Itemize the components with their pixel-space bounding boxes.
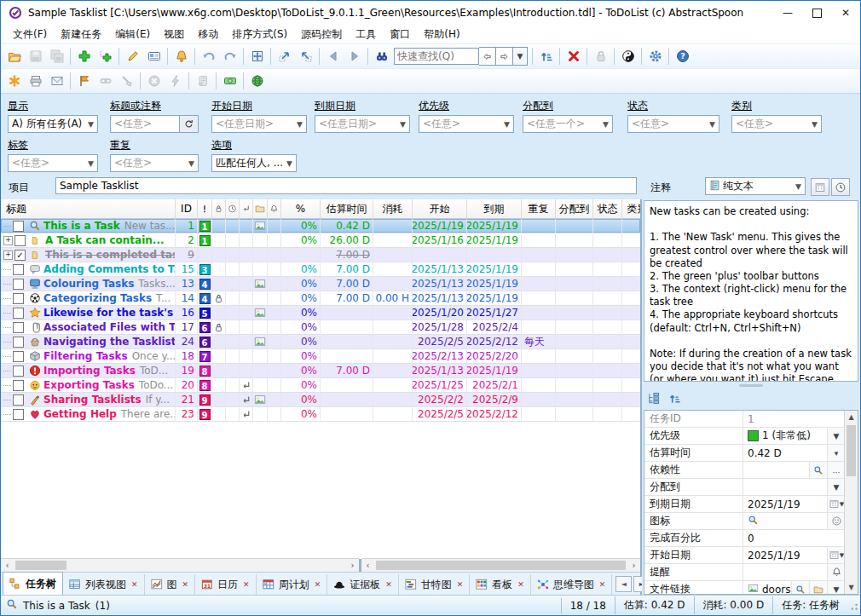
tab-close-icon[interactable]: ✕ bbox=[457, 580, 464, 589]
tree-horizontal-scrollbar[interactable]: ‹› bbox=[1, 558, 359, 572]
filter-combo-选项[interactable]: 匹配任何人, ...▼ bbox=[211, 154, 297, 172]
task-row[interactable]: Filtering TasksOnce y...1870%2025/2/1320… bbox=[1, 349, 640, 364]
attribute-value[interactable] bbox=[743, 513, 827, 529]
sort-icon[interactable] bbox=[668, 392, 681, 407]
web-globe-button[interactable] bbox=[246, 71, 268, 91]
column-header-cat[interactable]: 类别 bbox=[622, 199, 640, 218]
tab-close-icon[interactable]: ✕ bbox=[385, 580, 392, 589]
tab-close-icon[interactable]: ✕ bbox=[131, 580, 138, 589]
group-by-icon[interactable] bbox=[647, 392, 660, 407]
tab-看板[interactable]: 看板✕ bbox=[470, 574, 531, 595]
undo-button[interactable] bbox=[198, 46, 219, 66]
email-button[interactable] bbox=[46, 71, 67, 91]
filter-combo-标题或注释[interactable]: <任意> bbox=[110, 115, 180, 133]
task-row[interactable]: Colouring TasksTasks...1340%7.00 D2025/1… bbox=[1, 277, 640, 291]
reminder-button[interactable] bbox=[827, 564, 845, 580]
task-checkbox[interactable] bbox=[13, 322, 24, 333]
tab-任务树[interactable]: 任务树 bbox=[3, 572, 63, 595]
comments-time-button[interactable] bbox=[831, 178, 850, 196]
task-checkbox[interactable] bbox=[13, 279, 24, 290]
help-button[interactable]: ? bbox=[672, 46, 693, 66]
task-row[interactable]: Navigating the Tasklist2460%2025/2/52025… bbox=[1, 335, 640, 349]
column-header-spent[interactable]: 消耗 bbox=[373, 199, 413, 218]
task-row[interactable]: Getting HelpThere are...2390%2025/2/5202… bbox=[1, 407, 640, 422]
attributes-scrollbar[interactable]: ▲▼ bbox=[844, 411, 858, 594]
task-row[interactable]: Exporting TasksToDo...2080%2025/1/252025… bbox=[1, 378, 640, 393]
move-task-right-button[interactable] bbox=[274, 46, 295, 66]
task-row[interactable]: +✓This is a completed task97.00 D bbox=[1, 248, 640, 262]
column-header-pct[interactable]: % bbox=[281, 199, 321, 218]
expand-toggle[interactable]: + bbox=[3, 250, 13, 260]
menu-item-3[interactable]: 编辑(E) bbox=[108, 26, 157, 43]
preferences-gear-button[interactable] bbox=[644, 46, 666, 66]
donate-money-button[interactable] bbox=[219, 71, 240, 91]
flag-button[interactable] bbox=[73, 71, 95, 91]
column-header-id[interactable]: ID bbox=[176, 199, 198, 218]
tab-甘特图[interactable]: 甘特图✕ bbox=[399, 574, 471, 595]
quick-find-input[interactable] bbox=[394, 48, 479, 65]
dependency-search-button[interactable] bbox=[809, 462, 827, 478]
column-header-est[interactable]: 估算时间 bbox=[321, 199, 373, 218]
menu-item-4[interactable]: 视图 bbox=[157, 26, 191, 43]
tab-周计划[interactable]: 周计划✕ bbox=[257, 574, 328, 595]
tab-close-icon[interactable]: ✕ bbox=[517, 580, 524, 589]
menu-item-10[interactable]: 帮助(H) bbox=[417, 26, 466, 43]
task-checkbox[interactable] bbox=[13, 264, 24, 275]
attribute-value[interactable] bbox=[743, 462, 809, 478]
sort-button[interactable] bbox=[535, 46, 557, 66]
filter-combo-类别[interactable]: <任意>▼ bbox=[731, 115, 822, 133]
tab-close-icon[interactable]: ✕ bbox=[182, 580, 189, 589]
filter-combo-分配到[interactable]: <任意一个>▼ bbox=[523, 115, 613, 133]
print-button[interactable] bbox=[25, 71, 46, 91]
filter-combo-重复[interactable]: <任意>▼ bbox=[110, 154, 199, 172]
attribute-value[interactable]: 1 bbox=[743, 411, 845, 427]
filter-combo-优先级[interactable]: <任意>▼ bbox=[419, 115, 514, 133]
new-subtask-button[interactable] bbox=[95, 46, 116, 66]
lock-header-icon[interactable] bbox=[212, 199, 226, 218]
combo-dropdown-button[interactable]: ▼ bbox=[827, 428, 845, 444]
task-row[interactable]: Sharing TasklistsIf y...2190%2025/2/2202… bbox=[1, 393, 640, 407]
task-checkbox[interactable] bbox=[13, 337, 24, 348]
menu-item-5[interactable]: 移动 bbox=[191, 26, 225, 43]
icon-picker-button[interactable] bbox=[827, 513, 845, 529]
tab-图[interactable]: 图✕ bbox=[145, 574, 196, 595]
quick-find-prev-button[interactable] bbox=[479, 47, 496, 66]
task-row[interactable]: Likewise for the task's ...1650%2025/1/2… bbox=[1, 306, 640, 320]
task-checkbox[interactable] bbox=[14, 235, 26, 246]
quick-find-next-button[interactable] bbox=[496, 47, 513, 66]
combo-dropdown-button[interactable]: ▼ bbox=[827, 479, 845, 495]
attribute-value[interactable]: 2025/1/19 bbox=[743, 496, 827, 512]
comments-format-combo[interactable]: 纯文本 ▼ bbox=[705, 177, 806, 195]
task-row[interactable]: This is a TaskNew tas...110%0.42 D2025/1… bbox=[1, 219, 640, 233]
dependency-more-button[interactable]: … bbox=[827, 462, 845, 478]
task-row[interactable]: Adding Comments to T...1530%7.00 D2025/1… bbox=[1, 262, 640, 277]
filelink-search-button[interactable] bbox=[791, 581, 809, 595]
task-checkbox[interactable] bbox=[13, 394, 24, 406]
attribute-value[interactable]: 0.42 D bbox=[743, 445, 827, 461]
menu-item-2[interactable]: 新建任务 bbox=[54, 26, 108, 43]
clock-header-icon[interactable] bbox=[226, 199, 240, 218]
task-comments-text[interactable]: New tasks can be created using: 1. The '… bbox=[644, 200, 858, 382]
task-checkbox[interactable] bbox=[13, 308, 24, 319]
calendar-dropdown-button[interactable]: ▼ bbox=[827, 496, 845, 512]
folder-header-icon[interactable] bbox=[253, 199, 268, 218]
tab-close-icon[interactable]: ✕ bbox=[599, 580, 606, 589]
reminder-bell-button[interactable] bbox=[170, 46, 192, 66]
filter-combo-状态[interactable]: <任意>▼ bbox=[627, 115, 719, 133]
menu-item-9[interactable]: 窗口 bbox=[383, 26, 417, 43]
menu-item-8[interactable]: 工具 bbox=[349, 26, 383, 43]
column-header-recurlbl[interactable]: 重复 bbox=[522, 199, 556, 218]
prev-task-button[interactable] bbox=[322, 46, 344, 66]
redo-button[interactable] bbox=[219, 46, 240, 66]
column-header-title[interactable]: 标题 bbox=[1, 199, 176, 218]
resize-grip[interactable] bbox=[848, 601, 858, 611]
tab-证据板[interactable]: 证据板✕ bbox=[327, 574, 399, 595]
attribute-value[interactable]: 1 (非常低) bbox=[743, 428, 827, 444]
minimize-button[interactable]: — bbox=[773, 2, 802, 24]
filter-combo-到期日期[interactable]: <任意日期>▼ bbox=[315, 115, 410, 133]
task-checkbox[interactable] bbox=[13, 409, 24, 420]
expand-toggle[interactable]: + bbox=[3, 236, 13, 245]
column-header-status[interactable]: 状态 bbox=[593, 199, 622, 218]
column-header-start[interactable]: 开始 bbox=[413, 199, 467, 218]
task-checkbox[interactable] bbox=[13, 380, 24, 391]
